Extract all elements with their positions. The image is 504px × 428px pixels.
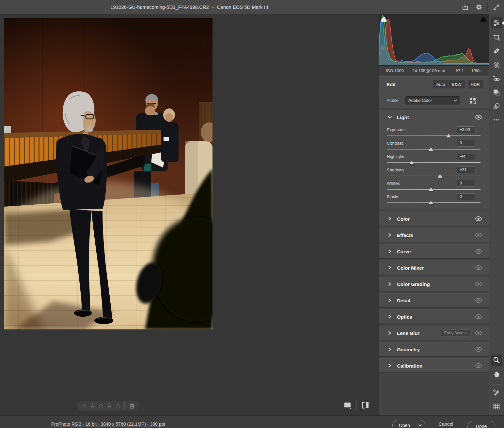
open-button[interactable]: Open — [392, 420, 425, 428]
download-icon[interactable] — [460, 2, 470, 12]
slider-track[interactable] — [387, 161, 475, 165]
shadow-clipping-icon[interactable] — [380, 16, 387, 22]
output-settings-link[interactable]: ProPhoto RGB - 16 bit - 3840 x 5760 (22.… — [51, 421, 165, 427]
presets-tool-icon[interactable] — [491, 87, 502, 98]
healing-tool-icon[interactable] — [491, 45, 502, 56]
gear-icon[interactable] — [474, 2, 484, 12]
eye-icon[interactable] — [475, 363, 482, 369]
eye-icon[interactable] — [475, 216, 482, 222]
chevron-right-icon — [387, 363, 392, 368]
shutter-value: 1/60s — [471, 68, 481, 73]
eye-icon[interactable] — [475, 114, 482, 120]
view-mode-icon[interactable] — [343, 401, 352, 409]
star-icon-2[interactable]: ☆ — [90, 403, 95, 409]
panel-color-grading[interactable]: Color Grading — [379, 277, 489, 291]
panel-title: Optics — [397, 314, 475, 320]
profile-browser-icon[interactable] — [469, 97, 477, 104]
star-icon-1[interactable]: ☆ — [81, 403, 87, 409]
bottom-bar: ProPhoto RGB - 16 bit - 3840 x 5760 (22.… — [0, 415, 504, 428]
panel-effects[interactable]: Effects — [379, 228, 489, 242]
panel-detail[interactable]: Detail — [379, 293, 489, 308]
slider-label: Exposure — [387, 127, 405, 132]
chevron-right-icon — [387, 298, 392, 303]
eye-icon[interactable] — [475, 232, 482, 238]
slider-track[interactable] — [387, 134, 475, 138]
grid-overlay-icon[interactable] — [491, 401, 502, 412]
slider-value-input[interactable]: +2.00 — [457, 126, 475, 133]
eye-icon[interactable] — [475, 265, 482, 271]
profile-value: Adobe Color — [408, 98, 453, 103]
iso-value: ISO 1000 — [386, 68, 404, 73]
panel-light: Light Exposure+2.00Contrast0Highlights-4… — [379, 110, 489, 210]
eye-icon[interactable] — [475, 330, 482, 336]
histogram[interactable] — [379, 14, 489, 65]
profile-select[interactable]: Adobe Color — [405, 96, 460, 104]
chevron-right-icon — [387, 281, 392, 287]
before-after-icon[interactable] — [361, 401, 370, 409]
eye-icon[interactable] — [475, 314, 482, 320]
photo-preview[interactable] — [4, 18, 213, 329]
slider-value-input[interactable]: -44 — [457, 153, 475, 160]
slider-row-exposure: Exposure+2.00 — [379, 126, 489, 138]
slider-label: Whites — [387, 181, 400, 186]
panel-curve[interactable]: Curve — [379, 244, 489, 259]
panel-geometry[interactable]: Geometry — [379, 342, 489, 357]
auto-button[interactable]: Auto — [433, 80, 448, 88]
star-icon-4[interactable]: ☆ — [107, 403, 112, 409]
slider-thumb[interactable] — [429, 147, 433, 151]
white-balance-eyedropper-icon[interactable] — [491, 387, 502, 398]
done-button[interactable]: Done — [467, 421, 495, 428]
slider-label: Blacks — [387, 194, 399, 199]
slider-track[interactable] — [387, 187, 475, 191]
star-icon-3[interactable]: ☆ — [98, 403, 104, 409]
eye-icon[interactable] — [475, 281, 482, 287]
highlight-clipping-icon[interactable] — [480, 16, 487, 22]
view-toggles — [343, 400, 370, 410]
panel-color[interactable]: Color — [379, 212, 489, 226]
trash-icon[interactable] — [128, 402, 135, 409]
edit-tool-icon[interactable] — [491, 17, 502, 28]
slider-track[interactable] — [387, 174, 475, 178]
star-icon-5[interactable]: ☆ — [115, 403, 121, 409]
slider-track[interactable] — [387, 201, 475, 205]
open-options-chevron-icon[interactable] — [415, 424, 425, 427]
slider-value-input[interactable]: 0 — [457, 140, 475, 147]
hdr-button[interactable]: HDR — [468, 80, 483, 88]
chevron-right-icon — [387, 347, 392, 352]
image-canvas[interactable]: ☆ ☆ ☆ ☆ ☆ — [0, 14, 379, 415]
light-sliders: Exposure+2.00Contrast0Highlights-44Shado… — [379, 124, 489, 205]
panel-title: Lens Blur — [397, 330, 441, 336]
panel-lens-blur[interactable]: Lens BlurEarly Access — [379, 326, 489, 340]
slider-track[interactable] — [387, 147, 475, 151]
more-tools-icon[interactable] — [491, 114, 502, 125]
panel-calibration[interactable]: Calibration — [379, 358, 489, 373]
edit-title: Edit — [386, 82, 433, 87]
slider-thumb[interactable] — [429, 187, 433, 191]
zoom-tool-icon[interactable] — [491, 355, 502, 366]
slider-thumb[interactable] — [446, 134, 451, 137]
cancel-button[interactable]: Cancel — [434, 421, 458, 427]
bw-button[interactable]: B&W — [449, 80, 465, 88]
masking-tool-icon[interactable] — [491, 59, 502, 71]
slider-value-input[interactable]: 0 — [457, 193, 475, 200]
slider-value-input[interactable]: +21 — [457, 166, 475, 173]
slider-thumb[interactable] — [409, 161, 414, 164]
slider-thumb[interactable] — [438, 174, 442, 178]
eye-icon[interactable] — [475, 297, 482, 303]
eye-icon[interactable] — [475, 248, 482, 254]
panel-color-mixer[interactable]: Color Mixer — [379, 261, 489, 275]
eye-icon[interactable] — [475, 346, 482, 352]
light-panel-header[interactable]: Light — [379, 110, 489, 124]
slider-thumb[interactable] — [429, 201, 433, 204]
hand-tool-icon[interactable] — [491, 369, 502, 380]
titlebar-divider — [487, 3, 488, 12]
fullscreen-icon[interactable] — [491, 2, 501, 12]
profile-row: Profile Adobe Color — [379, 92, 489, 108]
crop-tool-icon[interactable] — [491, 31, 502, 42]
slider-value-input[interactable]: 0 — [457, 180, 475, 187]
open-button-label[interactable]: Open — [393, 423, 415, 428]
snapshots-tool-icon[interactable] — [491, 101, 502, 112]
red-eye-tool-icon[interactable] — [491, 73, 502, 85]
panel-optics[interactable]: Optics — [379, 309, 489, 324]
title-separator: - — [212, 5, 214, 10]
